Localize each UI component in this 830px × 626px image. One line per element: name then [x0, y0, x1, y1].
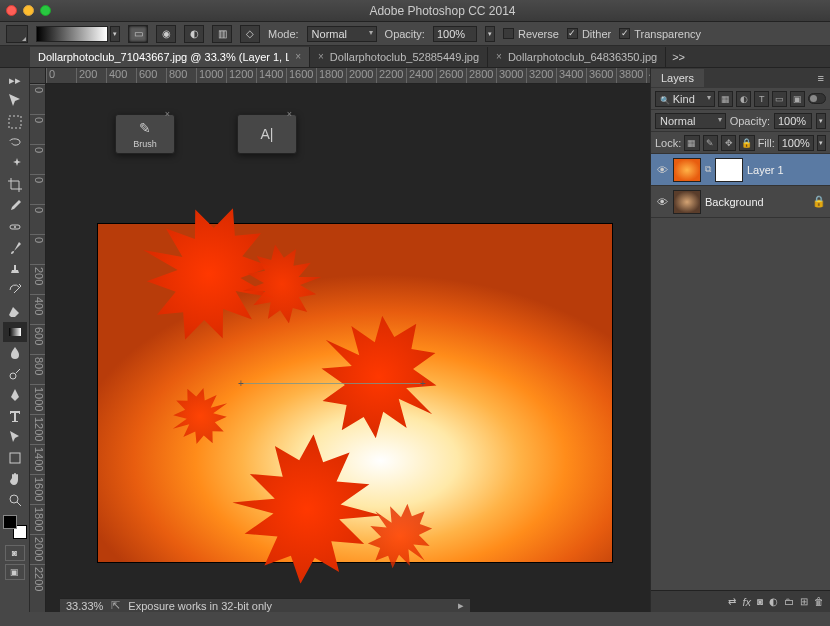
filter-type-icon[interactable]: T: [754, 91, 769, 107]
blur-tool[interactable]: [3, 343, 27, 363]
new-layer-icon[interactable]: ⊞: [800, 596, 808, 607]
add-mask-icon[interactable]: ◙: [757, 596, 763, 607]
dodge-tool[interactable]: [3, 364, 27, 384]
document-tab[interactable]: ×Dollarphotoclub_52885449.jpg: [310, 47, 488, 67]
type-tool[interactable]: [3, 406, 27, 426]
foreground-background-colors[interactable]: [3, 515, 27, 539]
close-tab-icon[interactable]: ×: [496, 51, 502, 62]
pen-tool[interactable]: [3, 385, 27, 405]
layer-name[interactable]: Background: [705, 196, 808, 208]
horizontal-ruler[interactable]: 0200400600800100012001400160018002000220…: [46, 68, 650, 84]
close-tab-icon[interactable]: ×: [318, 51, 324, 62]
expand-icon[interactable]: ⇱: [111, 599, 120, 612]
document-tab[interactable]: ×Dollarphotoclub_64836350.jpg: [488, 47, 666, 67]
current-tool-preset[interactable]: [6, 25, 28, 43]
svg-point-5: [10, 495, 18, 503]
filter-pixel-icon[interactable]: ▦: [718, 91, 733, 107]
document-area: 0200400600800100012001400160018002000220…: [30, 68, 650, 612]
fill-input[interactable]: 100%: [778, 135, 814, 151]
maximize-button[interactable]: [40, 5, 51, 16]
blend-mode-select[interactable]: Normal: [307, 26, 377, 42]
layer-opacity-input[interactable]: 100%: [774, 113, 812, 129]
transparency-checkbox[interactable]: ✓Transparency: [619, 28, 701, 40]
clone-stamp-tool[interactable]: [3, 259, 27, 279]
tools-panel: ▸▸ ◙ ▣: [0, 68, 30, 612]
angle-gradient-icon[interactable]: ◐: [184, 25, 204, 43]
canvas[interactable]: [98, 224, 612, 562]
layer-row[interactable]: 👁 Background 🔒: [651, 186, 830, 218]
filter-toggle[interactable]: [808, 93, 826, 104]
layers-tab[interactable]: Layers: [651, 69, 704, 87]
mask-thumbnail[interactable]: [715, 158, 743, 182]
ruler-origin[interactable]: [30, 68, 46, 84]
document-tab-active[interactable]: Dollarphotoclub_71043667.jpg @ 33.3% (La…: [30, 47, 310, 67]
vertical-ruler[interactable]: 0000002004006008001000120014001600180020…: [30, 84, 46, 612]
zoom-tool[interactable]: [3, 490, 27, 510]
brush-tool[interactable]: [3, 238, 27, 258]
linear-gradient-icon[interactable]: ▭: [128, 25, 148, 43]
status-dropdown-icon[interactable]: ▸: [458, 599, 464, 612]
new-group-icon[interactable]: 🗀: [784, 596, 794, 607]
layers-list: 👁 ⧉ Layer 1 👁 Background 🔒: [651, 154, 830, 590]
eraser-tool[interactable]: [3, 301, 27, 321]
gradient-dropdown[interactable]: ▾: [110, 26, 120, 42]
visibility-toggle-icon[interactable]: 👁: [655, 164, 669, 176]
lock-transparency-icon[interactable]: ▦: [684, 135, 699, 151]
hand-tool[interactable]: [3, 469, 27, 489]
mask-link-icon[interactable]: ⧉: [705, 164, 711, 175]
close-button[interactable]: [6, 5, 17, 16]
adjustment-layer-icon[interactable]: ◐: [769, 596, 778, 607]
fill-label: Fill:: [758, 137, 775, 149]
quick-mask-toggle[interactable]: ◙: [5, 545, 25, 561]
foreground-color-swatch[interactable]: [3, 515, 17, 529]
lock-all-icon[interactable]: 🔒: [739, 135, 754, 151]
filter-kind-select[interactable]: 🔍 Kind: [655, 91, 715, 107]
marquee-tool[interactable]: [3, 112, 27, 132]
lock-position-icon[interactable]: ✥: [721, 135, 736, 151]
tabs-toggle-icon[interactable]: ▸▸: [3, 70, 27, 90]
history-brush-tool[interactable]: [3, 280, 27, 300]
gradient-tool[interactable]: [3, 322, 27, 342]
layer-thumbnail[interactable]: [673, 190, 701, 214]
gradient-picker[interactable]: [36, 26, 108, 42]
move-tool[interactable]: [3, 91, 27, 111]
close-tab-icon[interactable]: ×: [295, 51, 301, 62]
transparency-label: Transparency: [634, 28, 701, 40]
healing-brush-tool[interactable]: [3, 217, 27, 237]
opacity-slider-toggle[interactable]: ▾: [485, 26, 495, 42]
filter-shape-icon[interactable]: ▭: [772, 91, 787, 107]
filter-adjust-icon[interactable]: ◐: [736, 91, 751, 107]
link-layers-icon[interactable]: ⇄: [728, 596, 736, 607]
fill-slider-icon[interactable]: ▾: [817, 135, 826, 151]
tabs-overflow-button[interactable]: >>: [666, 51, 691, 63]
layer-opacity-label: Opacity:: [730, 115, 770, 127]
magic-wand-tool[interactable]: [3, 154, 27, 174]
layer-row[interactable]: 👁 ⧉ Layer 1: [651, 154, 830, 186]
layers-panel: Layers ≡ 🔍 Kind ▦ ◐ T ▭ ▣ Normal Opacity…: [650, 68, 830, 612]
shape-tool[interactable]: [3, 448, 27, 468]
opacity-slider-icon[interactable]: ▾: [816, 113, 826, 129]
delete-layer-icon[interactable]: 🗑: [814, 596, 824, 607]
filter-smart-icon[interactable]: ▣: [790, 91, 805, 107]
visibility-toggle-icon[interactable]: 👁: [655, 196, 669, 208]
crop-tool[interactable]: [3, 175, 27, 195]
opacity-input[interactable]: 100%: [433, 26, 477, 42]
lock-icon: 🔒: [812, 195, 826, 208]
screen-mode-toggle[interactable]: ▣: [5, 564, 25, 580]
lasso-tool[interactable]: [3, 133, 27, 153]
zoom-level[interactable]: 33.33%: [66, 600, 103, 612]
layer-name[interactable]: Layer 1: [747, 164, 826, 176]
path-selection-tool[interactable]: [3, 427, 27, 447]
reflected-gradient-icon[interactable]: ▥: [212, 25, 232, 43]
minimize-button[interactable]: [23, 5, 34, 16]
panel-menu-icon[interactable]: ≡: [812, 72, 830, 84]
layer-style-icon[interactable]: fx: [742, 596, 751, 608]
radial-gradient-icon[interactable]: ◉: [156, 25, 176, 43]
reverse-checkbox[interactable]: Reverse: [503, 28, 559, 40]
dither-checkbox[interactable]: ✓Dither: [567, 28, 611, 40]
lock-pixels-icon[interactable]: ✎: [703, 135, 718, 151]
eyedropper-tool[interactable]: [3, 196, 27, 216]
layer-thumbnail[interactable]: [673, 158, 701, 182]
layer-blend-select[interactable]: Normal: [655, 113, 726, 129]
diamond-gradient-icon[interactable]: ◇: [240, 25, 260, 43]
